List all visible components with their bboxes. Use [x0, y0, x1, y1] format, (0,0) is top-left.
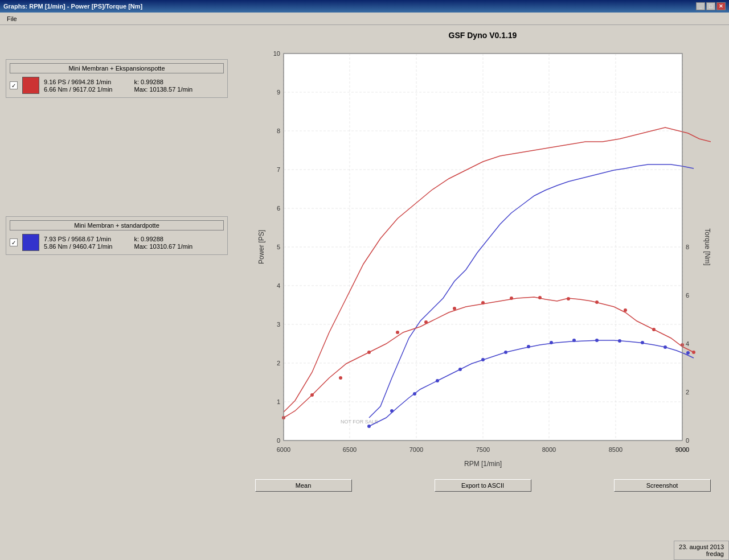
svg-point-51	[481, 301, 485, 304]
chart-svg: 0 1 2 3 4 5 6 7 8 9 10 0 2 4 6 8	[255, 42, 711, 475]
svg-text:8: 8	[686, 244, 689, 250]
svg-text:6: 6	[276, 205, 280, 212]
legend-color-1	[22, 77, 39, 94]
svg-text:Torque [Nm]: Torque [Nm]	[703, 228, 711, 265]
legend2-ps: 7.93 PS / 9568.67 1/min	[44, 236, 134, 242]
screenshot-button[interactable]: Screenshot	[614, 479, 711, 492]
svg-point-67	[527, 345, 530, 348]
mean-button[interactable]: Mean	[255, 479, 352, 492]
svg-point-47	[367, 351, 371, 354]
svg-point-68	[550, 341, 553, 344]
svg-text:2: 2	[276, 360, 280, 367]
file-menu[interactable]: File	[2, 14, 22, 23]
legend-card-2: Mini Membran + standardpotte ✓ 7.93 PS /…	[6, 216, 228, 255]
svg-point-54	[567, 297, 570, 300]
svg-text:3: 3	[276, 321, 280, 328]
svg-text:6500: 6500	[342, 446, 356, 453]
svg-text:0: 0	[276, 437, 280, 444]
legend-card-1: Mini Membran + Ekspansionspotte ✓ 9.16 P…	[6, 59, 228, 98]
svg-point-53	[538, 296, 542, 299]
svg-text:1: 1	[276, 398, 280, 405]
legend-body-1: ✓ 9.16 PS / 9694.28 1/min k: 0.99288 6.6…	[10, 77, 224, 94]
svg-point-64	[458, 368, 462, 371]
svg-text:7500: 7500	[476, 446, 489, 453]
legend-title-1: Mini Membran + Ekspansionspotte	[10, 63, 224, 73]
legend2-k: k: 0.99288	[134, 236, 224, 242]
legend1-max: Max: 10138.57 1/min	[134, 86, 224, 93]
close-button[interactable]: ✕	[716, 2, 726, 10]
svg-point-60	[367, 425, 371, 428]
menu-bar: File	[0, 13, 729, 25]
legend-checkbox-2[interactable]: ✓	[10, 238, 18, 246]
svg-text:0: 0	[686, 437, 689, 444]
svg-text:7: 7	[276, 166, 280, 173]
svg-point-62	[413, 392, 416, 396]
svg-point-48	[396, 331, 399, 334]
svg-point-49	[424, 320, 428, 324]
legend1-ps: 9.16 PS / 9694.28 1/min	[44, 79, 134, 85]
svg-text:8000: 8000	[542, 446, 555, 453]
date-display: 23. august 2013 fredag	[674, 541, 729, 560]
legend-body-2: ✓ 7.93 PS / 9568.67 1/min k: 0.99288 5.8…	[10, 234, 224, 251]
bottom-buttons: Mean Export to ASCII Screenshot	[255, 479, 711, 492]
svg-point-57	[652, 328, 656, 331]
svg-text:4: 4	[276, 282, 280, 289]
svg-point-59	[692, 351, 695, 354]
svg-text:6: 6	[686, 292, 689, 299]
legend-stats-2: 7.93 PS / 9568.67 1/min k: 0.99288 5.86 …	[44, 236, 224, 250]
date-line1: 23. august 2013	[679, 543, 724, 550]
svg-text:6000: 6000	[276, 446, 290, 453]
legend1-nm: 6.66 Nm / 9617.02 1/min	[44, 86, 134, 93]
export-button[interactable]: Export to ASCII	[435, 479, 531, 492]
svg-text:2: 2	[686, 389, 689, 396]
legend2-nm: 5.86 Nm / 9460.47 1/min	[44, 243, 134, 250]
title-bar: Graphs: RPM [1/min] - Power [PS]/Torque …	[0, 0, 729, 13]
svg-point-72	[641, 341, 644, 344]
svg-text:Power [PS]: Power [PS]	[257, 230, 265, 264]
svg-point-63	[436, 379, 439, 382]
svg-point-73	[664, 345, 667, 349]
legend-stats-1: 9.16 PS / 9694.28 1/min k: 0.99288 6.66 …	[44, 79, 224, 93]
svg-point-56	[624, 308, 627, 312]
svg-text:8500: 8500	[608, 446, 622, 453]
legend2-max: Max: 10310.67 1/min	[134, 243, 224, 250]
svg-point-69	[572, 339, 576, 342]
svg-text:4: 4	[686, 340, 689, 347]
svg-text:9000: 9000	[675, 446, 689, 453]
legend1-k: k: 0.99288	[134, 79, 224, 85]
svg-text:RPM [1/min]: RPM [1/min]	[464, 460, 501, 468]
chart-title: GSF Dyno V0.1.19	[449, 31, 517, 40]
svg-point-46	[339, 376, 342, 380]
date-line2: fredag	[679, 550, 724, 557]
svg-text:10: 10	[273, 50, 280, 57]
watermark-text: NOT FOR SALE	[341, 419, 378, 425]
svg-point-52	[510, 297, 513, 300]
legend-title-2: Mini Membran + standardpotte	[10, 220, 224, 230]
maximize-button[interactable]: □	[706, 2, 715, 10]
chart-area: GSF Dyno V0.1.19	[236, 25, 729, 560]
svg-point-74	[686, 351, 690, 355]
svg-point-55	[595, 300, 599, 304]
svg-point-61	[390, 409, 394, 413]
svg-text:7000: 7000	[409, 446, 423, 453]
legend-checkbox-1[interactable]: ✓	[10, 81, 18, 89]
svg-point-70	[595, 339, 599, 342]
svg-text:5: 5	[276, 244, 280, 250]
legend-color-2	[22, 234, 39, 251]
svg-point-71	[618, 339, 621, 343]
svg-text:9: 9	[276, 89, 280, 96]
window-title: Graphs: RPM [1/min] - Power [PS]/Torque …	[3, 3, 696, 10]
svg-point-45	[310, 393, 314, 397]
svg-point-65	[481, 358, 485, 361]
minimize-button[interactable]: _	[696, 2, 705, 10]
svg-text:8: 8	[276, 127, 280, 134]
svg-point-66	[504, 351, 507, 354]
main-content: Mini Membran + Ekspansionspotte ✓ 9.16 P…	[0, 25, 729, 560]
svg-point-50	[453, 307, 456, 310]
window-controls[interactable]: _ □ ✕	[696, 2, 726, 10]
left-panel: Mini Membran + Ekspansionspotte ✓ 9.16 P…	[0, 25, 236, 560]
